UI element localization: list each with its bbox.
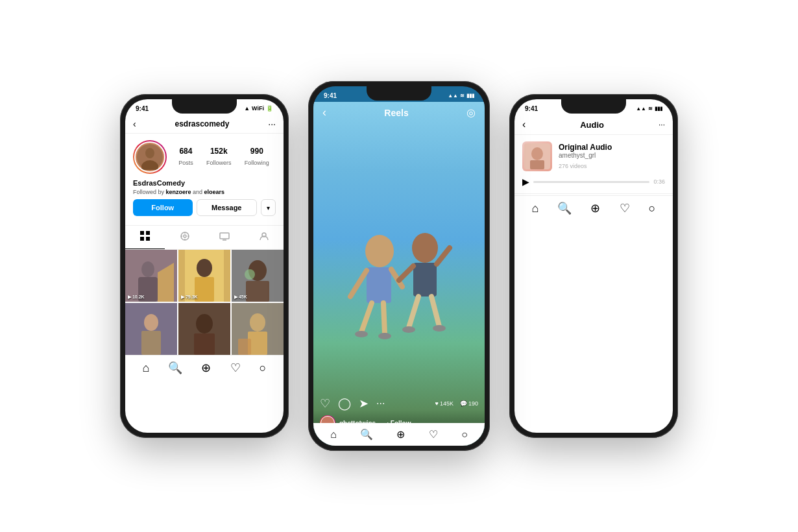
status-icons-2: ▲▲ ≋ ▮▮▮ [448,93,474,99]
message-button[interactable]: Message [197,199,258,216]
add-icon-2[interactable]: ⊕ [396,428,405,441]
post-cell-3[interactable]: ▶ 45K [232,250,284,302]
svg-line-41 [361,303,372,332]
phone-profile: 9:41 ▲ WiFi 🔋 ‹ esdrascomedy ··· [120,94,289,438]
svg-line-45 [399,266,413,280]
svg-rect-4 [146,231,150,235]
add-icon[interactable]: ⊕ [201,361,211,375]
svg-point-8 [184,235,186,237]
audio-video-count: 276 videos [559,163,587,169]
posts-grid: ▶ 10.2K ▶ 79.3K [125,250,284,355]
audio-nav-bar: ‹ Audio ··· [514,115,673,135]
post-cell-1[interactable]: ▶ 10.2K [125,250,177,302]
reel-more-button[interactable]: ··· [376,398,385,409]
svg-rect-13 [220,233,229,239]
notch [172,99,237,114]
audio-thumbnail [522,141,552,171]
svg-rect-44 [413,263,437,296]
profile-section: 684 Posts 152k Followers 990 Following [125,134,284,225]
followed-name-2[interactable]: eloears [204,189,225,195]
svg-rect-32 [194,333,215,355]
phone-audio: 9:41 ▲▲ ≋ ▮▮▮ ‹ Audio ··· [509,94,678,438]
reel-back-button[interactable]: ‹ [322,106,326,119]
profile-top: 684 Posts 152k Followers 990 Following [133,140,276,174]
notch-2 [367,86,431,101]
reel-title: Reels [384,108,408,118]
home-icon[interactable]: ⌂ [143,361,150,375]
home-icon-2[interactable]: ⌂ [330,429,337,441]
stat-followers: 152k Followers [206,147,232,167]
post-count-1: ▶ 10.2K [128,295,145,300]
profile-actions: Follow Message ▾ [133,199,276,216]
audio-duration: 0:36 [653,178,665,185]
profile-followed-by: Followed by kenzoere and eloears [133,189,276,195]
tab-reels[interactable] [165,226,204,249]
svg-point-43 [412,233,438,263]
profile-username: esdrascomedy [175,119,229,128]
battery-icon: 🔋 [266,105,273,112]
heart-icon-3[interactable]: ♡ [620,201,630,215]
time-3: 9:41 [525,105,538,112]
svg-line-47 [409,296,418,328]
svg-point-1 [145,148,154,158]
tab-grid[interactable] [125,226,165,249]
bottom-nav-3: ⌂ 🔍 ⊕ ♡ ○ [514,195,673,221]
avatar [134,141,165,173]
reel-screen: ‹ Reels ◎ [313,102,485,446]
reel-share-button[interactable]: ➤ [359,396,369,411]
profile-icon-3[interactable]: ○ [649,202,656,215]
play-button[interactable]: ▶ [522,176,529,187]
following-count: 990 [245,147,269,156]
add-icon-3[interactable]: ⊕ [590,201,600,215]
heart-icon[interactable]: ♡ [230,361,241,375]
audio-info-section: Original Audio amethyst_grl 276 videos ▶… [514,135,673,194]
svg-point-54 [531,147,543,160]
tab-tagged[interactable] [244,226,284,249]
phone-reels: 9:41 ▲▲ ≋ ▮▮▮ ‹ Reels ◎ [308,81,490,451]
search-icon[interactable]: 🔍 [168,361,182,375]
post-cell-6[interactable] [232,303,284,355]
heart-icon-2[interactable]: ♡ [429,428,438,441]
reel-comment-button[interactable]: ◯ [338,396,351,411]
followed-name-1[interactable]: kenzoere [166,189,191,195]
dropdown-button[interactable]: ▾ [261,199,276,216]
time-1: 9:41 [136,105,149,112]
search-icon-2[interactable]: 🔍 [360,428,373,441]
stat-following: 990 Following [245,147,269,167]
notch-3 [561,99,626,114]
follow-button[interactable]: Follow [133,199,193,216]
more-options-button[interactable]: ··· [268,119,276,129]
home-icon-3[interactable]: ⌂ [532,202,539,215]
svg-line-39 [350,271,367,296]
profile-icon[interactable]: ○ [260,361,267,375]
audio-back-button[interactable]: ‹ [522,119,526,130]
post-cell-2[interactable]: ▶ 79.3K [178,250,230,302]
svg-rect-38 [367,267,391,303]
signal-icon-2: ▲▲ [448,93,458,99]
svg-point-50 [378,333,391,339]
following-label: Following [245,160,269,166]
battery-icon-3: ▮▮▮ [655,106,662,112]
avatar-container [133,140,167,174]
profile-icon-2[interactable]: ○ [461,429,468,441]
back-button[interactable]: ‹ [133,119,136,129]
post-cell-5[interactable] [178,303,230,355]
progress-bar[interactable] [533,181,649,183]
audio-grid: ▶ 86K ▶ 65K [514,194,673,195]
svg-rect-36 [238,339,251,355]
svg-line-48 [431,296,439,326]
audio-more-button[interactable]: ··· [659,120,665,129]
reel-camera-button[interactable]: ◎ [466,106,476,119]
tab-tv[interactable] [204,226,244,249]
post-cell-4[interactable] [125,303,177,355]
search-icon-3[interactable]: 🔍 [557,201,572,215]
svg-point-49 [355,331,368,337]
reel-counts: ♥ 145K 💬 190 [435,400,478,407]
post-count-3: ▶ 45K [234,295,247,300]
svg-point-21 [197,259,212,277]
svg-rect-3 [140,231,144,235]
reel-like-button[interactable]: ♡ [320,396,330,411]
audio-screen-title: Audio [580,120,604,130]
time-2: 9:41 [324,92,337,99]
wifi-icon-3: ≋ [648,106,653,112]
